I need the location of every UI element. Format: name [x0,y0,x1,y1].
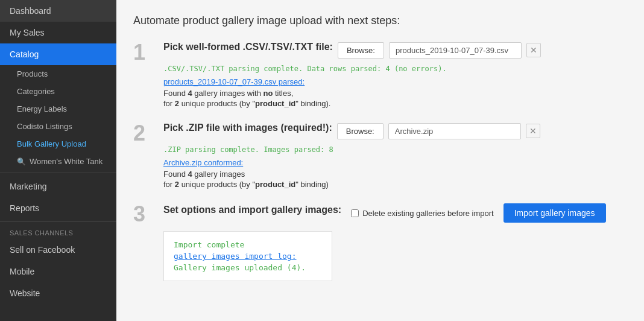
step-1-content: Pick well-formed .CSV/.TSV/.TXT file: Br… [163,42,627,108]
step-3-content: Set options and import gallery images: D… [163,203,627,281]
step-1-file-row: Pick well-formed .CSV/.TSV/.TXT file: Br… [163,42,627,59]
sidebar-sub-categories[interactable]: Categories [0,83,116,100]
delete-galleries-checkbox[interactable] [351,209,359,217]
sidebar-sub-search-product[interactable]: 🔍 Women's White Tank [0,153,116,170]
step-2-number: 2 [133,122,151,144]
sidebar-sub-bulk-gallery-upload[interactable]: Bulk Gallery Upload [0,135,116,153]
import-gallery-images-button[interactable]: Import gallery images [504,203,606,223]
step-1-parse-result: .CSV/.TSV/.TXT parsing complete. Data ro… [163,65,627,73]
step-2-browse-button[interactable]: Browse: [337,123,384,139]
step-2-file-row: Pick .ZIP file with images (required!): … [163,122,627,139]
sidebar-sub-products[interactable]: Products [0,65,116,83]
step-1-found-line1: Found 4 gallery images with no titles, [163,89,627,98]
sales-channels-label: Sales channels [0,224,116,239]
step-2-content: Pick .ZIP file with images (required!): … [163,122,627,189]
sidebar-sub-energy-labels[interactable]: Energy Labels [0,100,116,118]
sidebar-item-dashboard-label: Dashboard [10,6,51,16]
sidebar-item-marketing[interactable]: Marketing [0,176,116,197]
step-2-file-name: Archive.zip [388,123,521,139]
sidebar-item-mobile[interactable]: Mobile [0,261,116,282]
step-1-file-link[interactable]: products_2019-10-07_07-39.csv parsed: [163,77,305,86]
import-result-box: Import complete gallery images import lo… [163,231,332,281]
step-2-parse-result: .ZIP parsing complete. Images parsed: 8 [163,145,627,154]
sidebar-item-my-sales[interactable]: My Sales [0,22,116,43]
sidebar-item-website[interactable]: Website [0,282,116,304]
step-1-file-name: products_2019-10-07_07-39.csv [389,42,522,59]
sidebar-item-my-sales-label: My Sales [10,28,45,37]
sidebar-sub-codisto-listings[interactable]: Codisto Listings [0,118,116,135]
sidebar-item-catalog[interactable]: Catalog [0,43,116,65]
step-3: 3 Set options and import gallery images:… [133,203,627,281]
page-title: Automate product gallery image upload wi… [133,14,627,27]
step-1: 1 Pick well-formed .CSV/.TSV/.TXT file: … [133,42,627,108]
step-1-browse-button[interactable]: Browse: [338,42,384,59]
delete-galleries-label: Delete existing galleries before import [362,209,494,218]
step-3-number: 3 [133,203,151,225]
step-3-options-row: Set options and import gallery images: D… [163,203,627,223]
sidebar-item-dashboard[interactable]: Dashboard [0,0,116,22]
sidebar-item-reports[interactable]: Reports [0,197,116,219]
search-icon: 🔍 [17,157,26,166]
import-log-link[interactable]: gallery images import log: [174,252,322,261]
sidebar-item-sell-on-facebook[interactable]: Sell on Facebook [0,239,116,261]
delete-galleries-checkbox-label[interactable]: Delete existing galleries before import [351,209,494,218]
import-complete-text: Import complete [174,240,322,249]
step-2-title: Pick .ZIP file with images (required!): [163,122,332,133]
step-2: 2 Pick .ZIP file with images (required!)… [133,122,627,189]
step-3-title: Set options and import gallery images: [163,205,341,215]
main-content: Automate product gallery image upload wi… [116,0,644,321]
sidebar: Dashboard My Sales Catalog Products Cate… [0,0,116,321]
step-1-clear-button[interactable]: ✕ [526,43,541,57]
step-2-found-line1: Found 4 gallery images [163,170,627,179]
step-1-title: Pick well-formed .CSV/.TSV/.TXT file: [163,42,333,52]
gallery-uploaded-text: Gallery images uploaded (4). [174,263,322,272]
step-2-clear-button[interactable]: ✕ [526,124,540,138]
step-1-found-line2: for 2 unique products (by "product_id" b… [163,99,627,108]
step-1-number: 1 [133,42,151,63]
sidebar-item-catalog-label: Catalog [10,49,39,59]
step-2-found-line2: for 2 unique products (by "product_id" b… [163,180,627,189]
step-2-file-link[interactable]: Archive.zip conformed: [163,158,243,167]
